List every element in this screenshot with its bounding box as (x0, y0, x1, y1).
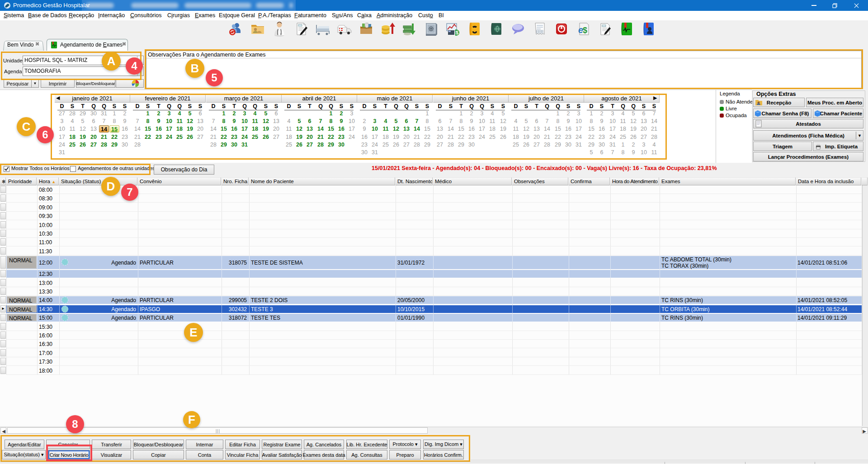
svg-text:$: $ (456, 30, 458, 35)
svg-text:$: $ (583, 26, 587, 35)
